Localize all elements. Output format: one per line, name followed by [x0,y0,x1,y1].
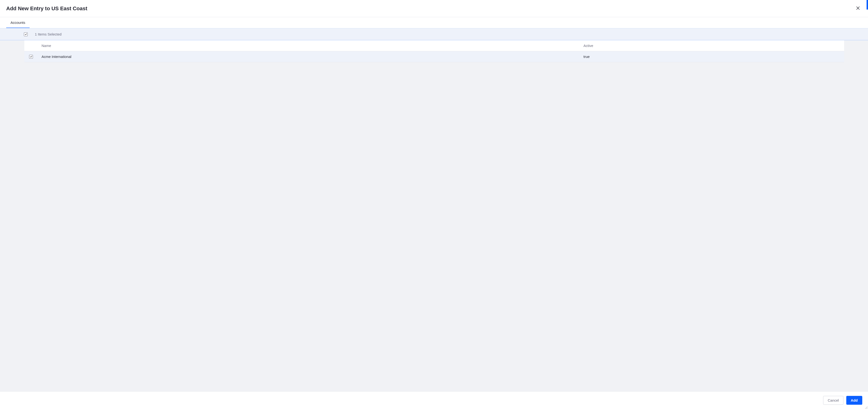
col-active[interactable]: Active [579,40,844,51]
background-edge [867,0,868,9]
selection-summary-bar: 1 Items Selected [0,28,868,40]
cancel-button[interactable]: Cancel [823,396,843,405]
table-header-row: Name Active [24,40,844,51]
close-icon [856,6,860,11]
resize-grip-icon[interactable] [865,406,868,409]
select-all-checkbox[interactable] [24,32,28,36]
col-checkbox [24,40,37,51]
add-button[interactable]: Add [846,396,862,405]
tab-bar: Accounts [0,17,868,28]
svg-line-4 [867,408,868,409]
modal-header: Add New Entry to US East Coast [0,0,868,17]
selection-summary-text: 1 Items Selected [35,32,62,36]
add-entry-modal: Add New Entry to US East Coast Accounts … [0,0,868,409]
modal-footer: Cancel Add [0,391,868,409]
row-name: Acme International [37,51,579,62]
col-name[interactable]: Name [37,40,579,51]
tab-accounts[interactable]: Accounts [6,17,30,28]
modal-title: Add New Entry to US East Coast [6,5,87,12]
row-active: true [579,51,844,62]
close-button[interactable] [854,4,862,13]
modal-body: Name Active Acme Internatio [0,40,868,391]
accounts-table: Name Active Acme Internatio [24,40,844,62]
table-row[interactable]: Acme International true [24,51,844,62]
row-checkbox[interactable] [29,55,33,59]
